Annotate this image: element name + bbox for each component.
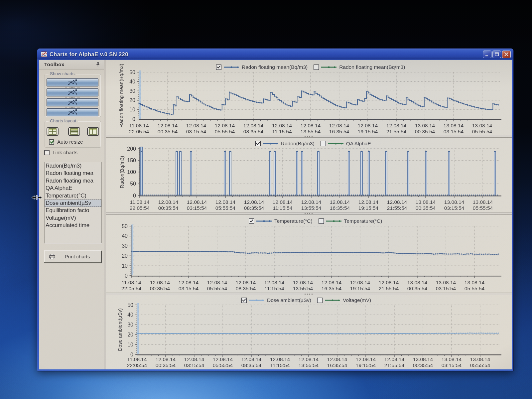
chart-splitter-3[interactable]: [106, 293, 512, 295]
mouse-cursor-resize-icon: [31, 194, 43, 201]
x-tick-time: 00:35:54: [413, 362, 433, 368]
show-chart-2-button[interactable]: [47, 88, 98, 96]
y-tick-label: 30: [129, 88, 135, 94]
x-tick-time: 03:15:54: [187, 205, 207, 211]
link-charts-checkbox-box[interactable]: [44, 150, 50, 155]
x-tick-time: 21:55:54: [386, 129, 407, 134]
legend-checkbox-dose-ambient-1[interactable]: [241, 298, 247, 303]
charts-layout-label: Charts layout: [49, 118, 78, 123]
legend-checkbox-radon-2[interactable]: [321, 141, 326, 146]
legend-label: Temperature(°C): [274, 218, 313, 224]
link-charts-checkbox[interactable]: Link charts: [44, 150, 77, 156]
auto-resize-checkbox-box[interactable]: [49, 139, 54, 145]
print-charts-label: Print charts: [56, 254, 99, 259]
x-tick-time: 05:55:54: [472, 129, 492, 134]
legend-checkbox-dose-ambient-2[interactable]: [317, 298, 323, 303]
app-icon: [41, 52, 47, 57]
legend-checkbox-radon-floating-mean-1[interactable]: [216, 65, 221, 70]
x-tick-date: 13.08.14: [444, 123, 464, 128]
list-item-8[interactable]: Voltage(mV): [45, 214, 101, 222]
show-chart-4-button[interactable]: [47, 108, 98, 116]
y-tick-label: 20: [122, 253, 128, 259]
x-tick-date: 12.08.14: [272, 123, 292, 128]
tiny-caption: [66, 97, 80, 98]
list-item-9[interactable]: Accumulated time: [45, 222, 101, 229]
chart-nodes-icon: [67, 89, 77, 96]
window-titlebar[interactable]: Charts for AlphaE v.0 SN 220: [37, 49, 513, 60]
x-tick-date: 11.08.14: [121, 280, 141, 285]
x-tick-time: 05:55:54: [213, 362, 233, 368]
layout-grid-button[interactable]: [47, 127, 59, 136]
show-chart-1-button[interactable]: [47, 78, 98, 86]
chart-svg-radon: 05010015020011.08.1422:05:5412.08.1400:3…: [106, 138, 512, 212]
chart-svg-dose-ambient: 0102030405011.08.1422:05:5412.08.1400:35…: [106, 295, 512, 369]
x-tick-time: 03:15:54: [442, 362, 462, 368]
x-tick-time: 11:15:54: [273, 205, 293, 211]
x-tick-date: 12.08.14: [329, 123, 349, 128]
x-tick-time: 19:15:54: [350, 286, 370, 291]
close-icon: [504, 52, 509, 57]
x-tick-date: 12.08.14: [356, 356, 376, 362]
list-item-6[interactable]: Dose ambient(µSv: [45, 200, 101, 207]
x-tick-time: 21:55:54: [384, 362, 405, 368]
x-tick-time: 05:55:54: [470, 362, 490, 368]
y-axis-title: Radon(Bq/m3): [119, 156, 125, 189]
x-tick-date: 13.08.14: [470, 356, 490, 362]
list-item-3[interactable]: Radon floating mea: [45, 177, 101, 185]
chart-panel-radon: Radon(Bq/m3)QA AlphaE05010015020011.08.1…: [106, 138, 512, 212]
pin-icon[interactable]: [96, 62, 100, 67]
x-tick-date: 12.08.14: [387, 199, 407, 205]
x-tick-date: 12.08.14: [187, 199, 207, 205]
show-chart-3-button[interactable]: [47, 98, 98, 106]
list-item-7[interactable]: Equilibration facto: [45, 207, 101, 214]
x-tick-time: 00:35:54: [150, 286, 170, 291]
x-tick-time: 03:15:54: [184, 362, 204, 368]
legend-marker-icon: [326, 219, 342, 223]
x-tick-date: 13.08.14: [416, 199, 436, 205]
x-tick-time: 22:05:54: [121, 286, 142, 291]
print-charts-button[interactable]: Print charts: [44, 250, 101, 263]
x-tick-date: 12.08.14: [264, 280, 285, 285]
layout-grid-icon: [49, 128, 57, 135]
y-tick-label: 10: [127, 342, 133, 347]
y-tick-label: 40: [129, 79, 135, 84]
legend-checkbox-radon-1[interactable]: [255, 141, 261, 146]
tiny-caption: [66, 107, 80, 108]
legend-checkbox-temperature-2[interactable]: [319, 218, 324, 224]
chart-splitter-2[interactable]: [106, 212, 512, 215]
x-tick-time: 03:15:54: [179, 286, 199, 291]
legend-checkbox-radon-floating-mean-2[interactable]: [314, 65, 319, 70]
maximize-icon: [494, 52, 499, 57]
y-tick-label: 200: [127, 146, 136, 152]
list-item-5[interactable]: Temperature(°C): [45, 192, 101, 200]
toolbox-title: Toolbox: [44, 62, 65, 67]
legend-label: Radon floating mean(Bq/m3): [339, 64, 405, 70]
list-item-2[interactable]: Radon floating mea: [45, 170, 101, 177]
x-tick-time: 00:35:54: [407, 286, 428, 291]
list-item-4[interactable]: QA AlphaE: [45, 185, 101, 192]
maximize-button[interactable]: [492, 51, 501, 58]
legend-label: Temperature(°C): [344, 218, 382, 224]
layout-columns-button[interactable]: [87, 127, 99, 136]
splitter-grip-dots: [305, 136, 313, 137]
x-tick-date: 13.08.14: [436, 280, 456, 285]
x-tick-date: 13.08.14: [413, 356, 433, 362]
x-tick-time: 05:55:54: [473, 205, 493, 211]
chart-splitter-1[interactable]: [106, 135, 512, 138]
parameter-listbox[interactable]: Radon(Bq/m3)Radon floating meaRadon floa…: [44, 162, 102, 243]
x-tick-time: 13:55:54: [299, 362, 319, 368]
minimize-button[interactable]: [483, 51, 491, 58]
list-item-1[interactable]: Radon(Bq/m3): [45, 162, 101, 170]
chart-nodes-icon: [67, 109, 77, 116]
layout-rows-icon: [70, 128, 78, 135]
x-tick-date: 13.08.14: [473, 199, 493, 205]
x-tick-date: 13.08.14: [407, 280, 428, 285]
y-tick-label: 150: [127, 158, 136, 163]
legend-marker-icon: [256, 219, 272, 223]
close-button[interactable]: [502, 51, 511, 58]
legend-checkbox-temperature-1[interactable]: [249, 218, 254, 224]
x-tick-date: 12.08.14: [158, 123, 178, 128]
auto-resize-checkbox[interactable]: Auto resize: [49, 139, 83, 145]
layout-rows-button[interactable]: [68, 127, 80, 136]
x-tick-time: 19:15:54: [358, 205, 379, 211]
